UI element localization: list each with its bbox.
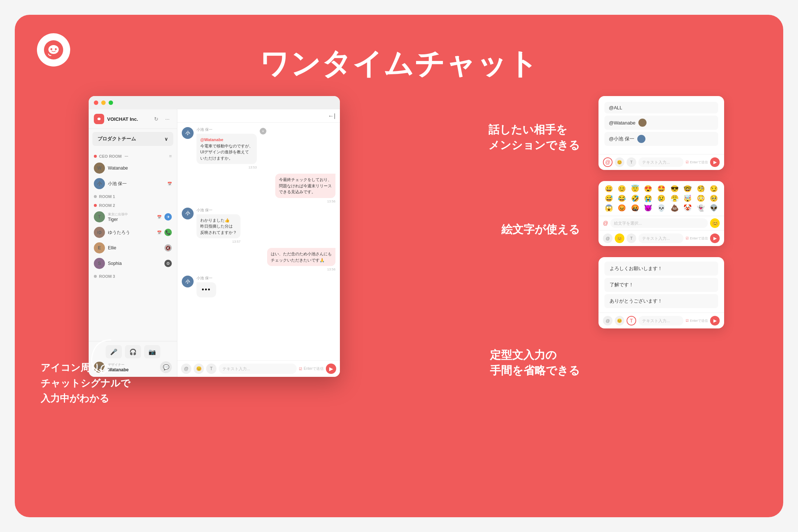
emoji-item[interactable]: 🤯: [682, 194, 693, 202]
chat-input[interactable]: テキスト入力...: [219, 364, 297, 374]
member-item[interactable]: ゆ ゆうたろう 📅 📞: [89, 225, 177, 240]
send-button[interactable]: ▶: [710, 233, 720, 243]
member-item[interactable]: 小 小池 保一 📅: [89, 176, 177, 191]
mention-koike-item[interactable]: @小池 保一: [604, 132, 718, 146]
member-item[interactable]: E Ellie 🔇: [89, 240, 177, 256]
template-item[interactable]: 了解です！: [604, 278, 718, 292]
avatar: S: [94, 258, 105, 269]
emoji-item[interactable]: 😢: [655, 194, 667, 202]
mention-text: @Watanabe: [200, 137, 223, 142]
emoji-item[interactable]: 🤣: [629, 194, 641, 202]
emoji-button[interactable]: 😊: [615, 316, 624, 325]
emoji-item[interactable]: 😤: [669, 194, 681, 202]
camera-icon[interactable]: 📷: [144, 345, 160, 358]
input-placeholder: テキスト入力...: [222, 366, 250, 372]
message-sender: 小池 保一: [197, 276, 216, 281]
emoji-item[interactable]: 🧐: [695, 185, 707, 193]
template-input-bar: @ 😊 T テキスト入力... ☑ Enterで送信 ▶: [598, 313, 724, 328]
page-title: ワンタイムチャット: [259, 44, 539, 84]
template-item[interactable]: よろしくお願いします！: [604, 262, 718, 276]
message-bubble: わかりました👍昨日指摘した分は反映されてますか？: [197, 214, 241, 239]
window-close-dot[interactable]: [94, 100, 98, 105]
emoji-item[interactable]: 🤩: [655, 185, 667, 193]
panel-input[interactable]: テキスト入力...: [638, 157, 683, 167]
emoji-item[interactable]: 😭: [642, 194, 654, 202]
emoji-item[interactable]: 😍: [642, 185, 654, 193]
svg-point-5: [98, 117, 100, 120]
emoji-search-input[interactable]: 絵文字を選択...: [610, 218, 708, 228]
emoji-item[interactable]: 😏: [708, 185, 720, 193]
team-selector[interactable]: プロダクトチーム ∨: [92, 132, 173, 146]
emoji-item[interactable]: 😳: [695, 194, 707, 202]
emoji-item[interactable]: 😂: [616, 194, 628, 202]
message-group: 小 小池 保一 @Watanabe 今電車で移動中なのですが、UIデザインの進捗…: [182, 127, 335, 169]
mention-at-button[interactable]: @: [603, 157, 613, 167]
emoji-item[interactable]: 😀: [603, 185, 615, 193]
member-name: Ellie: [108, 245, 161, 250]
template-active-button[interactable]: T: [627, 316, 636, 325]
emoji-item[interactable]: 😎: [669, 185, 681, 193]
emoji-item[interactable]: 💀: [655, 204, 667, 212]
send-button[interactable]: ▶: [326, 364, 336, 374]
headphone-icon[interactable]: 🎧: [125, 345, 141, 358]
window-titlebar: [89, 96, 340, 109]
send-button[interactable]: ▶: [710, 157, 720, 167]
emoji-button[interactable]: 😊: [615, 157, 624, 167]
avatar: 小: [182, 127, 194, 139]
right-panels: @ALL @Watanabe @小池 保一 @ 😊 T テキスト入力...: [598, 96, 724, 328]
member-item[interactable]: T 東京に出張中 Tiger 📅 ✈: [89, 209, 177, 225]
ceo-room-label: CEO ROOM ··· ≡: [89, 150, 177, 160]
back-icon[interactable]: ←|: [328, 113, 335, 119]
message-icon[interactable]: 💬: [160, 361, 172, 373]
emoji-item[interactable]: 😇: [629, 185, 641, 193]
mention-watanabe-item[interactable]: @Watanabe: [604, 116, 718, 130]
more-icon[interactable]: ···: [163, 115, 172, 123]
message-group: 小 小池 保一 •••: [182, 276, 335, 297]
message-bubble: 今最終チェックをしており、問題なければ今週末リリースできる見込みです。: [275, 174, 335, 198]
template-button[interactable]: T: [627, 233, 636, 243]
status-icon: ✈: [164, 213, 172, 221]
avatar: ゆ: [94, 227, 105, 238]
mention-all-item[interactable]: @ALL: [604, 102, 718, 113]
at-button[interactable]: @: [603, 233, 613, 243]
emoji-item[interactable]: 👽: [708, 204, 720, 212]
emoji-item[interactable]: 😊: [616, 185, 628, 193]
send-button[interactable]: ▶: [710, 316, 720, 325]
emoji-item[interactable]: 😈: [642, 204, 654, 212]
calendar-icon: 📅: [157, 231, 161, 235]
emoji-item[interactable]: 🤡: [682, 204, 693, 212]
window-minimize-dot[interactable]: [101, 100, 106, 105]
emoji-item[interactable]: 🥺: [708, 194, 720, 202]
emoji-active-button[interactable]: 😊: [615, 233, 624, 243]
panel-input[interactable]: テキスト入力...: [638, 233, 683, 243]
emoji-item[interactable]: 🤓: [682, 185, 693, 193]
emoji-item[interactable]: 👻: [695, 204, 707, 212]
window-maximize-dot[interactable]: [109, 100, 113, 105]
status-icon: 📞: [164, 229, 172, 236]
typing-indicator: •••: [197, 282, 216, 297]
chat-area: ←| 小 小池 保一 @Watanabe 今電車で移動中なのですが、UIデザイン…: [177, 109, 340, 377]
member-item[interactable]: W Watanabe: [89, 160, 177, 176]
at-mention-button[interactable]: @: [181, 364, 191, 374]
enter-label: ☑ Enterで送信: [686, 160, 708, 165]
ceo-room-active-dot: [94, 155, 97, 158]
emoji-item[interactable]: 🤬: [629, 204, 641, 212]
room-add-icon[interactable]: ≡: [169, 153, 172, 159]
refresh-icon[interactable]: ↻: [152, 115, 161, 123]
calendar-icon: 📅: [157, 215, 161, 219]
template-item[interactable]: ありがとうございます！: [604, 294, 718, 308]
room3-label: ROOM 3: [89, 271, 177, 280]
emoji-item[interactable]: 😅: [603, 194, 615, 202]
panel-input[interactable]: テキスト入力...: [638, 316, 683, 325]
at-button[interactable]: @: [603, 316, 613, 325]
avatar: 小: [94, 178, 105, 189]
emoji-item[interactable]: 😱: [603, 204, 615, 212]
template-button[interactable]: T: [627, 157, 636, 167]
template-button[interactable]: T: [206, 364, 216, 374]
emoji-item[interactable]: 💩: [669, 204, 681, 212]
emoji-button[interactable]: 😊: [194, 364, 204, 374]
dismiss-button[interactable]: ×: [260, 128, 266, 134]
emoji-smile-button[interactable]: 😊: [710, 218, 720, 228]
emoji-item[interactable]: 😡: [616, 204, 628, 212]
member-item[interactable]: S Sophia ⚙: [89, 256, 177, 271]
